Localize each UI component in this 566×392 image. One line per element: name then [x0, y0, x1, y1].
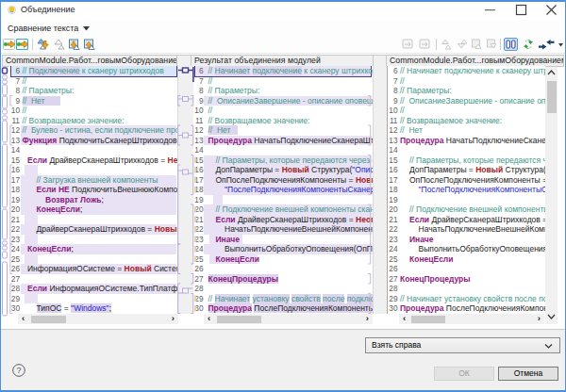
- svg-text:?: ?: [16, 366, 21, 375]
